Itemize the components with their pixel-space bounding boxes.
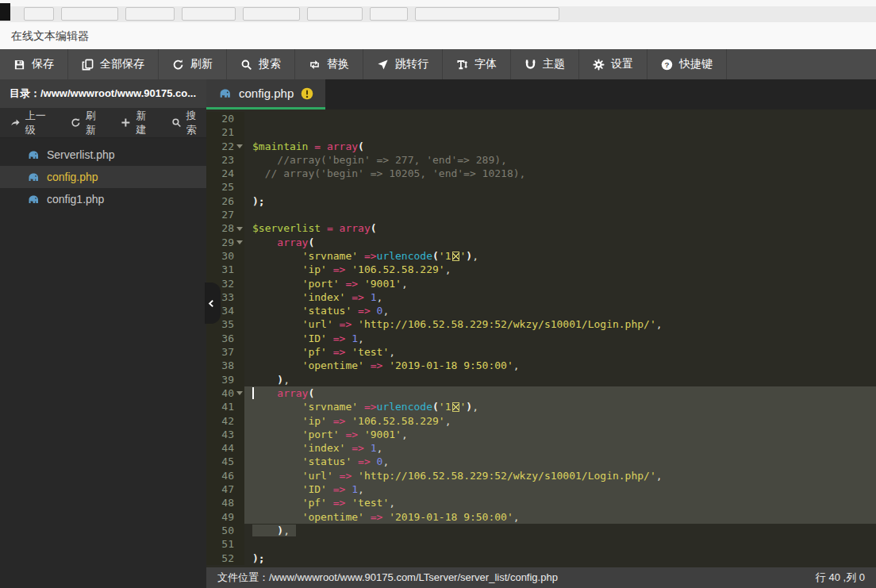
gutter-line-number: 28 [206,221,244,235]
gutter-line-number: 50 [206,524,244,537]
toolbar-button-search[interactable]: 搜索 [227,49,295,79]
code-line-text: 'status' => 0, [244,455,876,468]
code-line-23[interactable]: 23 //array('begin' => 277, 'end'=> 289), [206,153,876,167]
code-line-text [244,112,876,125]
toolbar-button-label: 设置 [611,57,633,71]
sidebar-action-search[interactable]: 搜索 [171,109,206,137]
file-item-config1.php[interactable]: config1.php [0,188,206,210]
gutter-line-number: 43 [206,428,244,441]
code-line-36[interactable]: 36 'ID' => 1, [206,332,876,345]
toolbar-button-font[interactable]: 字体 [443,49,511,79]
code-line-31[interactable]: 31 'ip' => '106.52.58.229', [206,263,876,276]
code-line-45[interactable]: 45 'status' => 0, [206,455,876,468]
code-line-43[interactable]: 43 'port' => '9001', [206,428,876,441]
code-line-51[interactable]: 51 [206,537,876,551]
code-line-41[interactable]: 41 'srvname' =>urlencode('1'), [206,400,876,413]
code-line-text: // array('begin' => 10205, 'end'=> 10218… [244,167,876,180]
code-line-40[interactable]: 40 array( [206,386,876,400]
code-line-text: 'srvname' =>urlencode('1'), [244,249,876,263]
code-line-text [244,125,876,139]
refresh-icon [71,117,81,128]
gutter-line-number: 51 [206,537,244,551]
fold-arrow-icon[interactable] [236,227,243,231]
sidebar-action-label: 新建 [136,109,156,137]
toolbar-button-label: 跳转行 [395,57,428,71]
gear-icon [593,59,605,71]
code-line-46[interactable]: 46 'url' => 'http://106.52.58.229:52/wkz… [206,469,876,482]
gutter-line-number: 39 [206,373,244,386]
toolbar-button-save[interactable]: 保存 [0,49,68,79]
ghost-button [61,7,118,21]
gutter-line-number: 30 [206,249,244,263]
code-line-49[interactable]: 49 'opentime' => '2019-01-18 9:50:00', [206,510,876,524]
text-height-icon [456,59,468,71]
code-line-text: 'url' => 'http://106.52.58.229:52/wkzy/s… [244,469,876,482]
code-line-text: 'ID' => 1, [244,482,876,496]
code-line-32[interactable]: 32 'port' => '9001', [206,277,876,290]
code-line-text [244,208,876,221]
code-line-34[interactable]: 34 'status' => 0, [206,304,876,317]
code-line-26[interactable]: 26); [206,194,876,208]
cursor-position-text: 行 40 ,列 0 [816,571,865,585]
code-line-44[interactable]: 44 'index' => 1, [206,441,876,455]
editor-column: config.php 202122$maintain = array(23 //… [206,79,876,588]
gutter-line-number: 44 [206,441,244,455]
code-line-28[interactable]: 28$serverlist = array( [206,221,876,235]
elephant-icon [27,171,40,183]
gutter-line-number: 25 [206,180,244,194]
code-line-24[interactable]: 24 // array('begin' => 10205, 'end'=> 10… [206,167,876,180]
sidebar-action-up-level[interactable]: 上一级 [10,109,56,137]
gutter-line-number: 41 [206,400,244,413]
sidebar-action-label: 刷新 [86,109,106,137]
code-line-29[interactable]: 29 array( [206,236,876,249]
fold-arrow-icon[interactable] [236,391,243,395]
code-line-text: //array('begin' => 277, 'end'=> 289), [244,153,876,167]
code-line-text: $maintain = array( [244,140,876,153]
fold-arrow-icon[interactable] [236,144,243,148]
code-line-47[interactable]: 47 'ID' => 1, [206,482,876,496]
toolbar-button-save-all[interactable]: 全部保存 [68,49,159,79]
code-line-50[interactable]: 50 ), [206,524,876,537]
code-line-48[interactable]: 48 'pf' => 'test', [206,496,876,509]
code-line-25[interactable]: 25 [206,180,876,194]
code-line-text: ), [244,373,876,386]
floppy-icon [13,59,25,71]
code-line-20[interactable]: 20 [206,112,876,125]
sidebar-actions: 上一级刷新新建搜索 [0,108,206,138]
file-location-text: 文件位置：/www/wwwroot/www.90175.com/LTserver… [217,571,558,585]
toolbar-button-shortcuts[interactable]: ?快捷键 [647,49,727,79]
code-line-30[interactable]: 30 'srvname' =>urlencode('1'), [206,249,876,263]
toolbar-button-refresh[interactable]: 刷新 [159,49,227,79]
sidebar-collapse-handle[interactable] [205,282,221,324]
code-editor[interactable]: 202122$maintain = array(23 //array('begi… [206,110,876,567]
code-line-38[interactable]: 38 'opentime' => '2019-01-18 9:50:00', [206,359,876,372]
code-line-text: 'index' => 1, [244,290,876,304]
sidebar-action-new[interactable]: 新建 [121,109,156,137]
toolbar-button-label: 替换 [327,57,349,71]
code-line-21[interactable]: 21 [206,125,876,139]
toolbar-button-replace[interactable]: 替换 [295,49,363,79]
code-line-37[interactable]: 37 'pf' => 'test', [206,345,876,359]
gutter-line-number: 21 [206,125,244,139]
code-line-35[interactable]: 35 'url' => 'http://106.52.58.229:52/wkz… [206,317,876,331]
file-item-Serverlist.php[interactable]: Serverlist.php [0,144,206,166]
file-name: config1.php [47,193,104,206]
code-line-22[interactable]: 22$maintain = array( [206,140,876,153]
file-list: Serverlist.phpconfig.phpconfig1.php [0,138,206,588]
file-item-config.php[interactable]: config.php [0,166,206,188]
tab-config-php[interactable]: config.php [206,79,325,110]
toolbar-button-settings[interactable]: 设置 [579,49,647,79]
gutter-line-number: 40 [206,386,244,400]
fold-arrow-icon[interactable] [236,240,243,244]
toolbar-button-theme[interactable]: 主题 [511,49,579,79]
code-line-text: array( [244,236,876,249]
sidebar-action-refresh[interactable]: 刷新 [71,109,106,137]
code-line-text: 'srvname' =>urlencode('1'), [244,400,876,413]
code-line-33[interactable]: 33 'index' => 1, [206,290,876,304]
toolbar-button-goto-line[interactable]: 跳转行 [363,49,443,79]
chevron-left-icon [207,298,216,309]
code-line-42[interactable]: 42 'ip' => '106.52.58.229', [206,414,876,428]
code-line-52[interactable]: 52); [206,551,876,565]
code-line-39[interactable]: 39 ), [206,373,876,386]
code-line-27[interactable]: 27 [206,208,876,221]
